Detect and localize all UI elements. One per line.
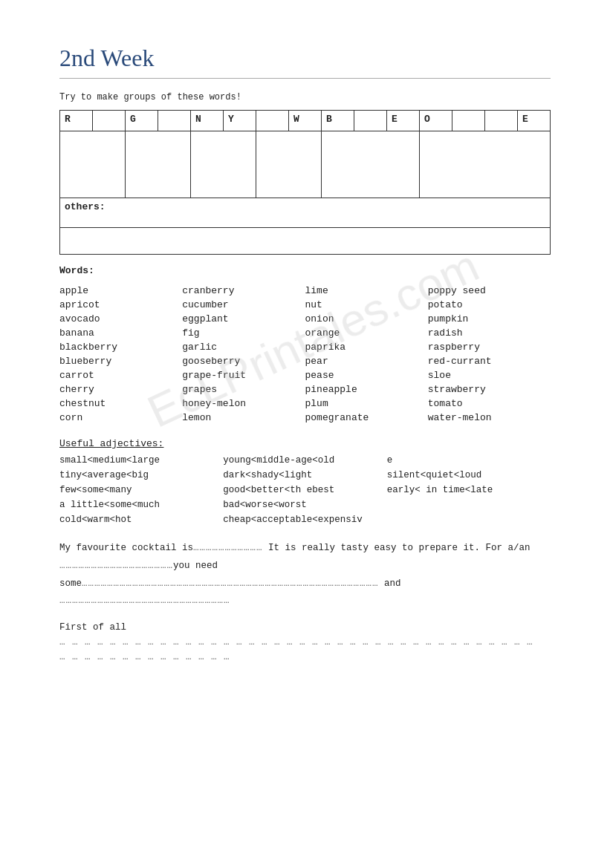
adj-young: young<middle-age<old bbox=[223, 454, 386, 467]
adj-small: small<medium<large bbox=[59, 454, 223, 467]
others-content-row bbox=[60, 228, 551, 255]
adjectives-grid: small<medium<large young<middle-age<old … bbox=[59, 454, 551, 526]
word-cherry: cherry bbox=[59, 382, 182, 397]
others-row: others: bbox=[60, 198, 551, 228]
table-header-row: R G N Y W B E O E bbox=[60, 111, 551, 131]
word-onion: onion bbox=[305, 312, 428, 326]
word-red-currant: red-currant bbox=[428, 354, 551, 368]
adjectives-section: Useful adjectives: small<medium<large yo… bbox=[59, 438, 551, 526]
word-pomegranate: pomegranate bbox=[305, 411, 428, 425]
word-poppy-seed: poppy seed bbox=[428, 284, 551, 298]
adj-good: good<better<th ebest bbox=[223, 483, 386, 497]
col-header-y: Y bbox=[224, 111, 256, 131]
word-radish: radish bbox=[428, 326, 551, 340]
cell-w bbox=[322, 131, 420, 198]
adj-bad: bad<worse<worst bbox=[223, 498, 386, 512]
word-pease: pease bbox=[305, 368, 428, 382]
grouping-table: R G N Y W B E O E others: bbox=[59, 110, 551, 255]
cell-g bbox=[126, 131, 191, 198]
word-pumpkin: pumpkin bbox=[428, 312, 551, 326]
word-blueberry: blueberry bbox=[59, 354, 182, 368]
writing-line2: ………………………………………………you need bbox=[59, 558, 551, 575]
col-header-empty3 bbox=[256, 111, 289, 131]
col-header-e1: E bbox=[387, 111, 420, 131]
word-raspberry: raspberry bbox=[428, 340, 551, 354]
writing-line4: ……………………………………………………………………… bbox=[59, 593, 551, 610]
first-of-all-label: First of all bbox=[59, 622, 551, 633]
words-label: Words: bbox=[59, 265, 551, 276]
word-paprika: paprika bbox=[305, 340, 428, 354]
cell-y bbox=[256, 131, 322, 198]
others-cell: others: bbox=[60, 198, 551, 228]
cell-b bbox=[420, 131, 551, 198]
others-label: others: bbox=[65, 201, 106, 212]
words-col3: lime nut onion orange paprika pear pease… bbox=[305, 284, 428, 425]
adj-cold: cold<warm<hot bbox=[59, 513, 223, 526]
word-blackberry: blackberry bbox=[59, 340, 182, 354]
col-header-n: N bbox=[191, 111, 224, 131]
adj-few: few<some<many bbox=[59, 483, 223, 497]
word-fig: fig bbox=[182, 326, 305, 340]
word-garlic: garlic bbox=[182, 340, 305, 354]
word-cranberry: cranberry bbox=[182, 284, 305, 298]
title-divider bbox=[59, 78, 551, 79]
adj-cheap: cheap<acceptable<expensiv bbox=[223, 513, 386, 526]
word-strawberry: strawberry bbox=[428, 382, 551, 397]
word-carrot: carrot bbox=[59, 368, 182, 382]
word-eggplant: eggplant bbox=[182, 312, 305, 326]
adj-little: a little<some<much bbox=[59, 498, 223, 512]
adj-empty1 bbox=[387, 498, 551, 512]
word-orange: orange bbox=[305, 326, 428, 340]
words-col1: apple apricot avocado banana blackberry … bbox=[59, 284, 182, 425]
col-header-r: R bbox=[60, 111, 93, 131]
adj-early: early< in time<late bbox=[387, 483, 551, 497]
word-corn: corn bbox=[59, 411, 182, 425]
words-col4: poppy seed potato pumpkin radish raspber… bbox=[428, 284, 551, 425]
word-nut: nut bbox=[305, 298, 428, 312]
col-header-empty1 bbox=[93, 111, 126, 131]
word-chestnut: chestnut bbox=[59, 397, 182, 411]
col-header-w: W bbox=[289, 111, 322, 131]
word-plum: plum bbox=[305, 397, 428, 411]
writing-line5: … … … … … … … … … … … … … … … … … … … … … bbox=[59, 637, 551, 647]
others-content-cell bbox=[60, 228, 551, 255]
col-header-empty2 bbox=[158, 111, 191, 131]
writing-section: My favourite cocktail is…………………………… It i… bbox=[59, 540, 551, 610]
adjectives-title: Useful adjectives: bbox=[59, 438, 551, 449]
word-grapes: grapes bbox=[182, 382, 305, 397]
word-avocado: avocado bbox=[59, 312, 182, 326]
instruction: Try to make groups of these words! bbox=[59, 92, 551, 102]
word-apricot: apricot bbox=[59, 298, 182, 312]
word-lime: lime bbox=[305, 284, 428, 298]
col-header-empty6 bbox=[485, 111, 518, 131]
writing-line1: My favourite cocktail is…………………………… It i… bbox=[59, 540, 551, 558]
writing-line3: some………………………………………………………………………………………………… bbox=[59, 575, 551, 593]
word-water-melon: water-melon bbox=[428, 411, 551, 425]
col-header-empty5 bbox=[452, 111, 485, 131]
words-grid: apple apricot avocado banana blackberry … bbox=[59, 284, 551, 425]
cell-n bbox=[191, 131, 256, 198]
word-lemon: lemon bbox=[182, 411, 305, 425]
word-cucumber: cucumber bbox=[182, 298, 305, 312]
col-header-b: B bbox=[322, 111, 354, 131]
word-banana: banana bbox=[59, 326, 182, 340]
cell-r bbox=[60, 131, 126, 198]
word-tomato: tomato bbox=[428, 397, 551, 411]
word-grape-fruit: grape-fruit bbox=[182, 368, 305, 382]
adj-e: e bbox=[387, 454, 551, 467]
word-potato: potato bbox=[428, 298, 551, 312]
col-header-e2: E bbox=[518, 111, 551, 131]
first-of-all-section: First of all … … … … … … … … … … … … … …… bbox=[59, 622, 551, 662]
col-header-o: O bbox=[420, 111, 452, 131]
col-header-empty4 bbox=[354, 111, 387, 131]
page-title: 2nd Week bbox=[59, 45, 551, 72]
adj-silent: silent<quiet<loud bbox=[387, 469, 551, 482]
writing-line6: … … … … … … … … … … … … … … bbox=[59, 652, 551, 662]
word-pineapple: pineapple bbox=[305, 382, 428, 397]
col-header-g: G bbox=[126, 111, 158, 131]
word-pear: pear bbox=[305, 354, 428, 368]
word-honey-melon: honey-melon bbox=[182, 397, 305, 411]
words-col2: cranberry cucumber eggplant fig garlic g… bbox=[182, 284, 305, 425]
word-sloe: sloe bbox=[428, 368, 551, 382]
word-apple: apple bbox=[59, 284, 182, 298]
